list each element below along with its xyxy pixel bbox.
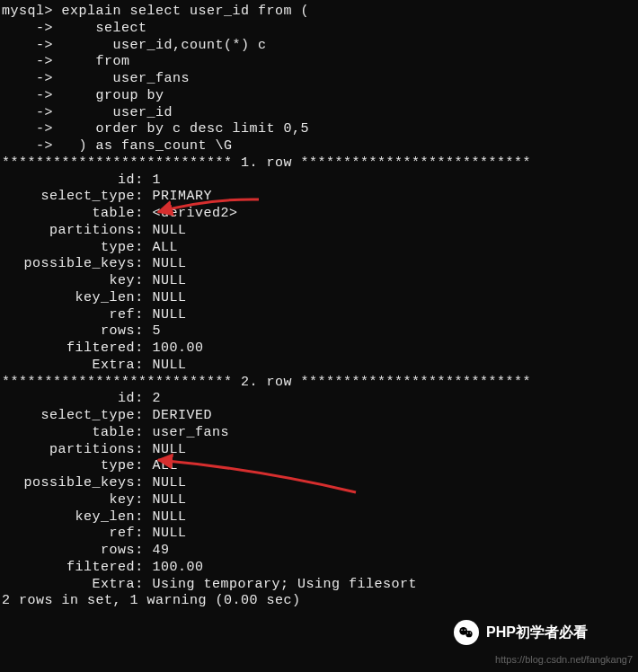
field-value: user_fans (144, 425, 636, 442)
field-key: key (2, 273, 135, 290)
field-key: rows (2, 543, 135, 560)
field-extra: Extra: NULL (2, 358, 636, 375)
sql-continuation-line: -> group by (2, 88, 636, 105)
field-sep: : (135, 391, 144, 408)
field-key: ref (2, 307, 135, 324)
field-sep: : (135, 323, 144, 340)
field-sep: : (135, 172, 144, 190)
field-value: 2 (144, 391, 636, 408)
field-ref: ref: NULL (2, 307, 636, 324)
field-key: table (2, 206, 135, 223)
field-key: key: NULL (2, 273, 636, 290)
field-key: partitions (2, 223, 135, 240)
field-value: 49 (144, 543, 636, 560)
field-key: table (2, 425, 135, 442)
field-key: key (2, 492, 135, 509)
wechat-badge: PHP初学者必看 (454, 620, 588, 645)
field-sep: : (135, 560, 144, 577)
field-sep: : (135, 223, 144, 240)
field-sep: : (135, 509, 144, 526)
field-id: id: 1 (2, 172, 636, 190)
row-header: *************************** 2. row *****… (2, 375, 636, 392)
field-value: NULL (144, 358, 636, 375)
field-value: <derived2> (144, 206, 636, 223)
field-value: NULL (144, 526, 636, 543)
field-key: possible_keys (2, 475, 135, 492)
sql-prompt-line: mysql> explain select user_id from ( (2, 4, 636, 21)
field-value: ALL (144, 458, 636, 475)
field-value: NULL (144, 509, 636, 526)
field-sep: : (135, 290, 144, 307)
field-rows: rows: 49 (2, 543, 636, 560)
watermark: https://blog.csdn.net/fangkang7 (495, 654, 633, 667)
sql-continuation-line: -> user_fans (2, 71, 636, 88)
field-sep: : (135, 543, 144, 560)
svg-point-2 (461, 629, 463, 631)
field-key: Extra (2, 358, 135, 375)
field-rows: rows: 5 (2, 323, 636, 340)
field-sep: : (135, 256, 144, 273)
field-key: key_len (2, 290, 135, 307)
field-key: type (2, 240, 135, 257)
field-type: type: ALL (2, 458, 636, 475)
field-key: key_len (2, 509, 135, 526)
field-value: 100.00 (144, 340, 636, 358)
field-possible_keys: possible_keys: NULL (2, 475, 636, 492)
field-value: 5 (144, 323, 636, 340)
sql-continuation-line: -> from (2, 54, 636, 71)
field-value: DERIVED (144, 408, 636, 425)
field-extra: Extra: Using temporary; Using filesort (2, 577, 636, 594)
row-header: *************************** 1. row *****… (2, 155, 636, 172)
field-sep: : (135, 475, 144, 492)
sql-continuation-line: -> user_id (2, 105, 636, 122)
field-filtered: filtered: 100.00 (2, 340, 636, 358)
field-value: NULL (144, 273, 636, 290)
field-sep: : (135, 526, 144, 543)
sql-continuation-line: -> select (2, 21, 636, 38)
field-ref: ref: NULL (2, 526, 636, 543)
wechat-icon (454, 620, 479, 645)
field-key: select_type (2, 408, 135, 425)
field-possible_keys: possible_keys: NULL (2, 256, 636, 273)
field-table: table: <derived2> (2, 206, 636, 223)
field-value: 100.00 (144, 560, 636, 577)
sql-continuation-line: -> ) as fans_count \G (2, 138, 636, 155)
field-key: Extra (2, 577, 135, 594)
sql-continuation-line: -> order by c desc limit 0,5 (2, 121, 636, 138)
field-value: NULL (144, 223, 636, 240)
field-sep: : (135, 240, 144, 257)
field-key: possible_keys (2, 256, 135, 273)
field-value: ALL (144, 240, 636, 257)
field-value: PRIMARY (144, 189, 636, 206)
field-sep: : (135, 206, 144, 223)
field-key: id (2, 172, 135, 190)
field-partitions: partitions: NULL (2, 442, 636, 459)
svg-point-1 (465, 631, 472, 637)
field-key: filtered (2, 560, 135, 577)
field-key: ref (2, 526, 135, 543)
field-sep: : (135, 273, 144, 290)
field-key: rows (2, 323, 135, 340)
field-key: type (2, 458, 135, 475)
svg-point-4 (467, 632, 468, 633)
result-footer: 2 rows in set, 1 warning (0.00 sec) (2, 593, 636, 610)
field-value: 1 (144, 172, 636, 190)
svg-point-5 (470, 632, 471, 633)
field-key: select_type (2, 189, 135, 206)
field-key: id (2, 391, 135, 408)
field-filtered: filtered: 100.00 (2, 560, 636, 577)
field-key: filtered (2, 340, 135, 358)
field-key_len: key_len: NULL (2, 290, 636, 307)
field-value: NULL (144, 256, 636, 273)
field-sep: : (135, 458, 144, 475)
field-value: NULL (144, 307, 636, 324)
terminal-output: mysql> explain select user_id from ( -> … (0, 0, 638, 614)
wechat-label: PHP初学者必看 (486, 623, 588, 641)
field-key: partitions (2, 442, 135, 459)
field-sep: : (135, 340, 144, 358)
field-sep: : (135, 189, 144, 206)
field-sep: : (135, 307, 144, 324)
field-select_type: select_type: DERIVED (2, 408, 636, 425)
field-type: type: ALL (2, 240, 636, 257)
field-key: key: NULL (2, 492, 636, 509)
